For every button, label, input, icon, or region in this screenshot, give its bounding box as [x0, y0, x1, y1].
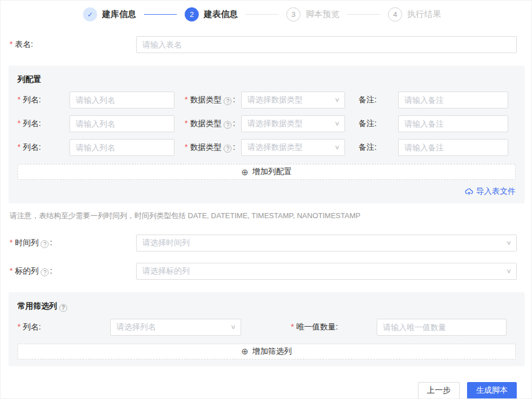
- chevron-down-icon: ∨: [230, 323, 236, 331]
- column-config-title: 列配置: [18, 75, 516, 85]
- time-column-row: *时间列?: 请选择时间列 ∨: [10, 235, 517, 251]
- required-mark: *: [10, 40, 12, 49]
- table-name-row: *表名:: [10, 36, 517, 53]
- filter-row: *列名: 请选择列名∨ *唯一值数量:: [18, 319, 516, 336]
- required-mark: *: [185, 119, 187, 128]
- remark-input[interactable]: [398, 115, 508, 132]
- filter-column-name-select[interactable]: 请选择列名∨: [110, 319, 241, 336]
- remark-label: 备注:: [359, 95, 398, 105]
- help-icon: ?: [41, 240, 49, 248]
- help-icon: ?: [41, 268, 49, 276]
- column-row: *列名: *数据类型?: 请选择数据类型∨ 备注:: [18, 139, 516, 156]
- data-type-label: *数据类型?:: [185, 95, 241, 106]
- required-mark: *: [18, 119, 20, 128]
- column-name-input[interactable]: [69, 139, 175, 156]
- column-row: *列名: *数据类型?: 请选择数据类型∨ 备注:: [18, 115, 516, 132]
- column-name-label: *列名:: [18, 142, 69, 153]
- steps-bar: ✓ 建库信息 2 建表信息 3 脚本预览 4 执行结果: [1, 1, 531, 21]
- time-column-label: *时间列?:: [10, 238, 136, 249]
- column-name-label: *列名:: [18, 95, 69, 105]
- help-icon: ?: [224, 97, 232, 105]
- table-name-label: *表名:: [10, 40, 136, 50]
- filter-columns-title: 常用筛选列?: [18, 301, 516, 312]
- filter-column-name-label: *列名:: [18, 322, 110, 332]
- required-mark: *: [10, 266, 12, 275]
- generate-script-button[interactable]: 生成脚本: [467, 382, 517, 399]
- step-3-label: 脚本预览: [306, 9, 339, 20]
- time-column-notice: 请注意，表结构至少需要一列时间列，时间列类型包括 DATE, DATETIME,…: [10, 211, 522, 221]
- target-column-select[interactable]: 请选择标的列 ∨: [136, 263, 517, 280]
- import-table-file-link[interactable]: 导入表文件: [465, 187, 516, 197]
- column-name-label: *列名:: [18, 119, 69, 129]
- step-3-pending-circle: 3: [286, 7, 300, 21]
- step-1-finished-circle: ✓: [83, 7, 97, 21]
- add-column-button[interactable]: ⊕ 增加列配置: [18, 164, 516, 180]
- data-type-label: *数据类型?:: [185, 119, 241, 129]
- step-2-label: 建表信息: [204, 9, 238, 20]
- help-icon: ?: [59, 304, 67, 312]
- cloud-upload-icon: [465, 188, 473, 196]
- column-row: *列名: *数据类型?: 请选择数据类型∨ 备注:: [18, 92, 516, 109]
- unique-count-label: *唯一值数量:: [291, 322, 377, 332]
- remark-label: 备注:: [359, 119, 398, 129]
- data-type-select[interactable]: 请选择数据类型∨: [241, 115, 345, 132]
- data-type-label: *数据类型?:: [185, 142, 241, 153]
- step-connector: [347, 14, 380, 15]
- plus-circle-icon: ⊕: [241, 168, 248, 176]
- add-filter-column-button[interactable]: ⊕ 增加筛选列: [18, 344, 516, 359]
- remark-label: 备注:: [359, 142, 398, 153]
- chevron-down-icon: ∨: [506, 267, 512, 275]
- data-type-select[interactable]: 请选择数据类型∨: [241, 92, 345, 109]
- step-1-label: 建库信息: [102, 9, 136, 20]
- footer-actions: 上一步 生成脚本: [1, 382, 517, 399]
- create-table-wizard: ✓ 建库信息 2 建表信息 3 脚本预览 4 执行结果 *表名: 列配置 *列名…: [0, 0, 532, 399]
- help-icon: ?: [224, 145, 232, 153]
- chevron-down-icon: ∨: [334, 120, 340, 127]
- chevron-down-icon: ∨: [334, 96, 340, 103]
- step-connector: [144, 14, 177, 15]
- help-icon: ?: [224, 121, 232, 129]
- time-column-select[interactable]: 请选择时间列 ∨: [136, 235, 517, 251]
- remark-input[interactable]: [398, 139, 508, 156]
- previous-step-button[interactable]: 上一步: [418, 382, 460, 399]
- remark-input[interactable]: [398, 92, 508, 109]
- required-mark: *: [185, 95, 187, 104]
- unique-count-input[interactable]: [377, 319, 507, 336]
- step-4-pending-circle: 4: [388, 7, 402, 21]
- table-name-input[interactable]: [136, 36, 517, 53]
- required-mark: *: [18, 95, 20, 104]
- plus-circle-icon: ⊕: [241, 347, 248, 355]
- target-column-label: *标的列?:: [10, 266, 136, 277]
- required-mark: *: [18, 142, 20, 151]
- required-mark: *: [18, 322, 20, 331]
- required-mark: *: [185, 142, 187, 151]
- chevron-down-icon: ∨: [506, 239, 512, 246]
- column-config-panel: 列配置 *列名: *数据类型?: 请选择数据类型∨ 备注: *列名: *数据类型…: [8, 66, 525, 203]
- filter-columns-panel: 常用筛选列? *列名: 请选择列名∨ *唯一值数量: ⊕ 增加筛选列: [8, 292, 525, 366]
- step-4-label: 执行结果: [407, 9, 441, 20]
- column-name-input[interactable]: [69, 115, 175, 132]
- chevron-down-icon: ∨: [334, 144, 340, 151]
- column-name-input[interactable]: [69, 92, 175, 109]
- step-connector: [246, 14, 278, 15]
- target-column-row: *标的列?: 请选择标的列 ∨: [10, 263, 517, 280]
- step-2-active-circle: 2: [185, 7, 199, 21]
- check-icon: ✓: [87, 11, 93, 19]
- required-mark: *: [291, 322, 294, 331]
- required-mark: *: [10, 238, 12, 247]
- data-type-select[interactable]: 请选择数据类型∨: [241, 139, 345, 156]
